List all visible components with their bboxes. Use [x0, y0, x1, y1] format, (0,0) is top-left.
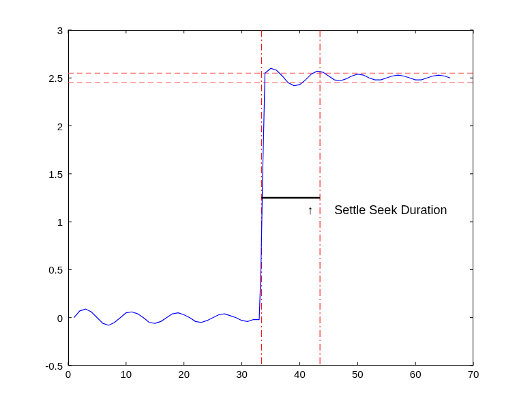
y-tick-label: 0 [29, 312, 63, 323]
y-tick-label: 2.5 [29, 72, 63, 84]
chart-figure: 010203040506070-0.500.511.522.53 ↑ Settl… [0, 0, 532, 399]
x-tick-label: 40 [294, 368, 306, 380]
y-tick-label: 1 [29, 216, 63, 228]
x-tick-label: 0 [65, 368, 71, 380]
x-tick-label: 30 [236, 368, 248, 380]
y-tick-label: -0.5 [29, 360, 63, 372]
x-tick-label: 10 [121, 368, 132, 380]
x-tick-label: 60 [410, 368, 422, 380]
annotation-label: Settle Seek Duration [334, 203, 447, 218]
x-tick-label: 50 [352, 368, 364, 380]
x-tick-label: 20 [178, 368, 190, 380]
annotation-arrow-icon: ↑ [307, 203, 313, 218]
y-tick-label: 2 [29, 120, 63, 132]
x-tick-label: 70 [468, 368, 479, 380]
chart-svg [0, 0, 532, 399]
y-tick-label: 1.5 [29, 168, 63, 179]
y-tick-label: 0.5 [29, 264, 63, 276]
y-tick-label: 3 [29, 25, 63, 36]
